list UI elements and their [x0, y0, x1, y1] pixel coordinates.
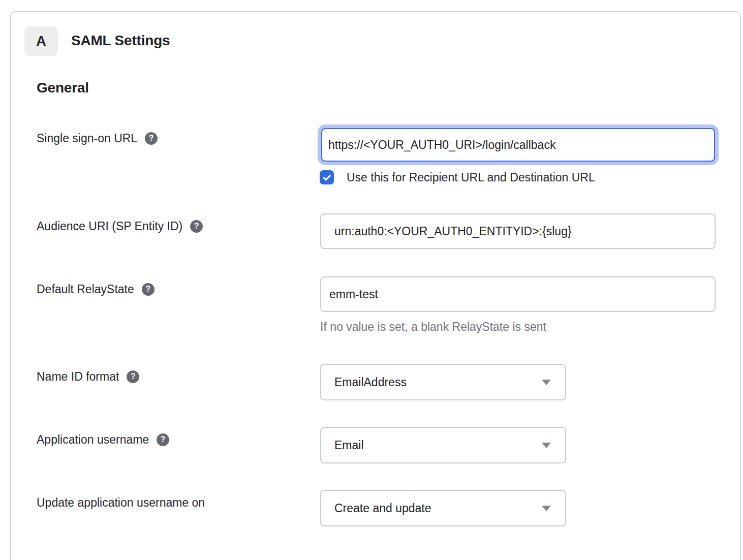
update-application-username-dropdown[interactable]: Create and update — [320, 490, 566, 526]
help-icon[interactable]: ? — [190, 220, 203, 233]
help-icon[interactable]: ? — [157, 433, 169, 446]
help-icon[interactable]: ? — [145, 132, 158, 145]
recipient-url-checkbox[interactable] — [320, 170, 334, 184]
name-id-format-value: EmailAddress — [334, 376, 407, 389]
relaystate-helper-text: If no value is set, a blank RelayState i… — [320, 320, 546, 334]
section-badge: A — [24, 26, 58, 56]
help-icon[interactable]: ? — [127, 370, 139, 383]
application-username-label: Application username ? — [37, 432, 169, 447]
sso-url-input[interactable] — [321, 128, 715, 162]
sso-url-label: Single sign-on URL ? — [37, 131, 158, 146]
recipient-url-checkbox-label: Use this for Recipient URL and Destinati… — [347, 171, 595, 184]
name-id-format-label: Name ID format ? — [37, 369, 139, 384]
audience-uri-label-text: Audience URI (SP Entity ID) — [37, 219, 182, 234]
sso-url-label-text: Single sign-on URL — [37, 131, 137, 146]
default-relaystate-label-text: Default RelayState — [37, 282, 134, 297]
name-id-format-dropdown[interactable]: EmailAddress — [320, 364, 566, 400]
audience-uri-input[interactable] — [320, 213, 716, 249]
default-relaystate-label: Default RelayState ? — [37, 282, 154, 297]
update-application-username-label-text: Update application username on — [37, 495, 205, 510]
chevron-down-icon — [542, 506, 551, 511]
saml-settings-card: A SAML Settings General Single sign-on U… — [10, 11, 741, 560]
name-id-format-label-text: Name ID format — [37, 369, 119, 384]
checkmark-icon — [322, 172, 332, 183]
application-username-dropdown[interactable]: Email — [320, 427, 566, 463]
help-icon[interactable]: ? — [142, 283, 154, 296]
update-application-username-label: Update application username on — [37, 495, 205, 510]
chevron-down-icon — [542, 380, 551, 385]
chevron-down-icon — [542, 443, 551, 448]
audience-uri-label: Audience URI (SP Entity ID) ? — [37, 219, 203, 234]
default-relaystate-input[interactable] — [320, 276, 716, 312]
application-username-value: Email — [334, 439, 364, 452]
application-username-label-text: Application username — [37, 432, 149, 447]
update-application-username-value: Create and update — [334, 502, 431, 515]
section-badge-letter: A — [36, 34, 46, 49]
card-title: SAML Settings — [71, 33, 170, 49]
general-section-heading: General — [37, 80, 89, 96]
